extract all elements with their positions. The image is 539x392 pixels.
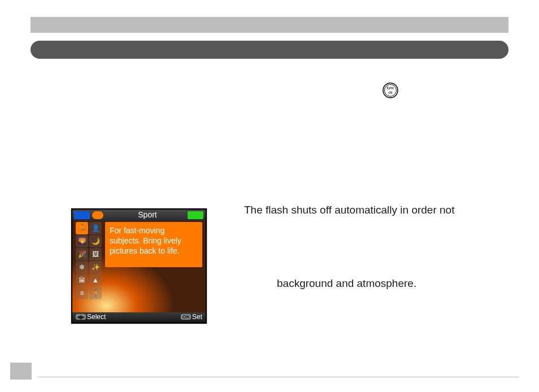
scene-mode-label: Sport [111,210,184,219]
page-footer [10,363,519,380]
hint-set: OKSet [181,313,202,321]
ok-key-icon: OK [181,314,191,320]
hint-set-label: Set [192,313,202,321]
scene-mode-description: For fast-moving subjects. Bring lively p… [105,222,202,267]
scene-icon-portrait[interactable]: 👤 [89,222,102,234]
scene-icon-snow[interactable]: ❄ [76,261,88,273]
camera-screen: Sport 🏃👤 🌄🌙 🎉🖼 ❄✨ 🏛▲ ≡🧍 For fast-moving … [71,208,207,324]
hint-select-label: Select [87,313,106,321]
scene-icon-sport[interactable]: 🏃 [76,222,88,234]
scene-mode-grid[interactable]: 🏃👤 🌄🌙 🎉🖼 ❄✨ 🏛▲ ≡🧍 [76,222,103,299]
manual-page: func ok The flash shuts off automaticall… [0,0,539,392]
scene-icon-mountain[interactable]: ▲ [89,274,102,286]
camera-preview-area: 🏃👤 🌄🌙 🎉🖼 ❄✨ 🏛▲ ≡🧍 For fast-moving subjec… [72,221,206,312]
image-size-badge-icon [74,211,90,219]
section-header-pill [31,41,508,59]
nav-key-icon: ◀▶ [76,314,86,320]
camera-bottom-bar: ◀▶Select OKSet [72,312,206,323]
scene-mode-badge-icon [92,211,103,219]
scene-icon-museum[interactable]: 🏛 [76,274,88,286]
scene-icon-text[interactable]: ≡ [76,287,88,299]
header-bar [31,17,508,33]
scene-icon-fireworks[interactable]: ✨ [89,261,102,273]
battery-icon [188,211,203,219]
paragraph-line-1: The flash shuts off automatically in ord… [244,202,508,218]
ok-label: ok [388,90,393,94]
footer-rule [38,377,519,377]
hint-select: ◀▶Select [76,313,106,321]
camera-top-bar: Sport [72,210,206,221]
page-number-tab [10,363,32,380]
scene-icon-scene[interactable]: 🖼 [89,248,102,260]
paragraph-line-2: background and atmosphere. [277,276,416,291]
scene-icon-night-portrait[interactable]: 🌙 [89,235,102,247]
scene-icon-party[interactable]: 🎉 [76,248,88,260]
func-ok-button-icon: func ok [382,82,399,99]
scene-icon-person[interactable]: 🧍 [89,287,102,299]
func-label: func [386,86,394,90]
scene-icon-landscape[interactable]: 🌄 [76,235,88,247]
